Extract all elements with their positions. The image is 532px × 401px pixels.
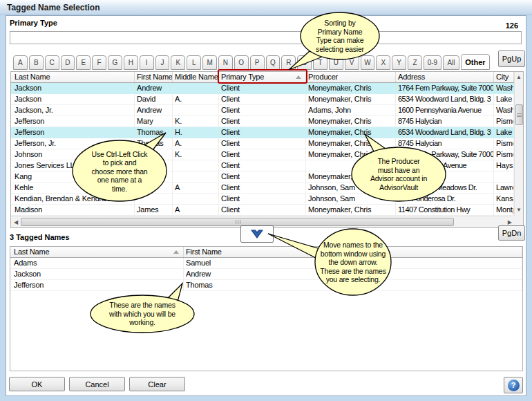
callout-working: These are the names with which you will …: [90, 281, 196, 335]
vertical-scroll-thumb[interactable]: [515, 104, 523, 125]
column-header-city[interactable]: City: [494, 72, 514, 82]
tab-g[interactable]: G: [108, 55, 122, 70]
tab-f[interactable]: F: [92, 55, 106, 70]
scroll-down-icon[interactable]: ▼: [516, 207, 522, 213]
tab-a[interactable]: A: [13, 55, 28, 70]
scroll-right-icon[interactable]: ▶: [508, 220, 512, 225]
column-header-first-name[interactable]: First Name: [135, 72, 173, 82]
table-row[interactable]: JacksonAndrewClientMoneymaker, Chris1764…: [11, 83, 523, 94]
dialog-window: Tagged Name Selection Primary Type 126 A…: [0, 0, 532, 401]
tab-e[interactable]: E: [76, 55, 91, 70]
tab-k[interactable]: K: [171, 55, 185, 70]
tab-l[interactable]: L: [187, 55, 201, 70]
callout-move: Move names to the bottom window using th…: [265, 228, 393, 297]
clear-button[interactable]: Clear: [129, 377, 185, 391]
table-row[interactable]: JeffersonMaryK.ClientMoneymaker, Chris87…: [11, 116, 523, 127]
tab-m[interactable]: M: [202, 55, 217, 70]
tab-h[interactable]: H: [124, 55, 138, 70]
tab-y[interactable]: Y: [392, 55, 406, 70]
tab-p[interactable]: P: [250, 55, 265, 70]
help-icon: ?: [508, 380, 520, 391]
help-button[interactable]: ?: [504, 377, 523, 393]
cancel-button[interactable]: Cancel: [69, 377, 125, 391]
tab-other[interactable]: Other: [461, 54, 490, 70]
vertical-scrollbar[interactable]: ▲ ▼: [514, 72, 523, 216]
alphabet-tabs: ABCDEFGHIJKLMNOPQRSTUVWXYZ0-9AllOther: [13, 54, 490, 70]
primary-type-label: Primary Type: [10, 19, 57, 27]
primary-type-input[interactable]: [10, 31, 522, 44]
callout-multiselect: Use Ctrl-Left Click to pick and choose m…: [73, 128, 175, 208]
tab-z[interactable]: Z: [408, 55, 422, 70]
tab-d[interactable]: D: [61, 55, 75, 70]
column-header-last-name[interactable]: Last Name: [11, 72, 135, 82]
pgdn-button[interactable]: PgDn: [498, 225, 525, 241]
title-bar[interactable]: Tagged Name Selection: [0, 0, 532, 15]
callout-sorting: Sorting by Primary Name Type can make se…: [282, 10, 383, 73]
scroll-up-icon[interactable]: ▲: [516, 75, 522, 80]
tab-n[interactable]: N: [218, 55, 233, 70]
tab-q[interactable]: Q: [266, 55, 281, 70]
column-header-producer[interactable]: Producer: [306, 72, 396, 82]
table-row[interactable]: JacksonDavidA.ClientMoneymaker, Chris653…: [11, 94, 523, 105]
sort-ascending-icon: [173, 250, 179, 254]
tab-o[interactable]: O: [234, 55, 249, 70]
window-title: Tagged Name Selection: [7, 3, 99, 12]
callout-producer: The Producer must have an Advisor accoun…: [349, 130, 450, 202]
tab-i[interactable]: I: [140, 55, 154, 70]
chevron-down-icon: [249, 230, 265, 239]
horizontal-scroll-thumb[interactable]: [21, 218, 454, 226]
table-row[interactable]: Jackson, Jr.AndrewClientAdams, John1600 …: [11, 105, 523, 116]
tagged-names-label: 3 Tagged Names: [10, 233, 70, 241]
column-header-last-name[interactable]: Last Name: [10, 247, 184, 257]
ok-button[interactable]: OK: [9, 377, 65, 391]
tab-all[interactable]: All: [443, 55, 459, 70]
pgup-button[interactable]: PgUp: [498, 50, 525, 67]
scroll-left-icon[interactable]: ◀: [14, 220, 18, 225]
tab-0-9[interactable]: 0-9: [424, 55, 441, 70]
tab-c[interactable]: C: [45, 55, 59, 70]
record-count: 126: [494, 21, 518, 30]
tab-b[interactable]: B: [29, 55, 44, 70]
tab-j[interactable]: J: [155, 55, 170, 70]
column-header-address[interactable]: Address: [396, 72, 494, 82]
column-header-middle-name[interactable]: Middle Name: [173, 72, 219, 82]
